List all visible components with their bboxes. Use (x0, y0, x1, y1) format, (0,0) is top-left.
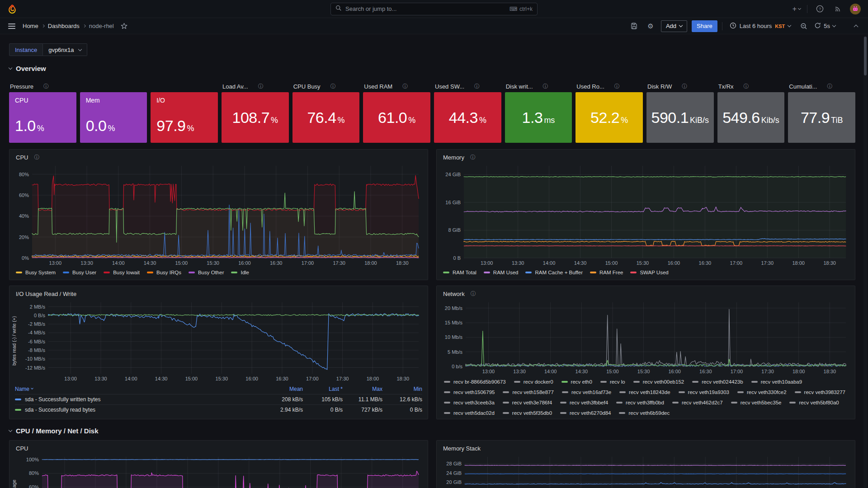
legend-item[interactable]: Busy IRQs (147, 269, 181, 276)
info-icon[interactable]: ⓘ (614, 83, 620, 90)
stat-value: 97.9% (156, 117, 194, 135)
info-icon[interactable]: ⓘ (43, 83, 49, 90)
series-name: sda - Successfully read bytes (25, 407, 95, 413)
legend-item[interactable]: recv veth16af73e (562, 389, 611, 396)
search-box[interactable]: ⌨ ctrl+k (330, 3, 538, 15)
info-icon[interactable]: ⓘ (474, 83, 480, 90)
info-icon[interactable]: ⓘ (258, 83, 264, 90)
stat-number: 76.4 (307, 109, 336, 126)
legend-item[interactable]: recv veth10aaba9 (751, 378, 802, 385)
legend-item[interactable]: recv veth462d2c7 (672, 399, 723, 406)
legend-item[interactable]: recv veth024423b (692, 378, 743, 385)
info-icon[interactable]: ⓘ (471, 290, 476, 298)
panel-title-memory-stack[interactable]: Memory Stack (441, 443, 850, 453)
refresh-picker[interactable]: 5s (814, 22, 835, 30)
legend-item[interactable]: recv lo (600, 378, 625, 385)
column-header[interactable]: Last * (303, 386, 343, 392)
panel-title-memory[interactable]: Memoryⓘ (441, 152, 850, 162)
legend-item[interactable]: recv veth1506795 (444, 389, 495, 396)
breadcrumb-home[interactable]: Home (23, 23, 38, 29)
legend-item[interactable]: Busy System (16, 269, 56, 276)
legend-label: recv eth0 (571, 379, 592, 385)
info-icon[interactable]: ⓘ (682, 83, 687, 90)
star-icon[interactable] (118, 20, 130, 32)
mega-menu-icon[interactable] (8, 23, 15, 29)
panel-title-io[interactable]: I/O Usage Read / Write (14, 289, 423, 299)
info-icon[interactable]: ⓘ (543, 83, 548, 90)
info-icon[interactable]: ⓘ (744, 83, 749, 90)
legend-item[interactable]: RAM Total (443, 269, 476, 276)
add-menu-button[interactable]: + (793, 5, 801, 13)
time-range-picker[interactable]: Last 6 hours KST (727, 22, 794, 30)
legend-item[interactable]: Idle (231, 269, 249, 276)
zoom-out-icon[interactable] (798, 20, 810, 32)
series-name-cell[interactable]: sda - Successfully written bytes (15, 396, 263, 403)
grafana-logo[interactable] (7, 4, 17, 14)
svg-text:-2 MB/s: -2 MB/s (28, 321, 45, 327)
svg-text:17:30: 17:30 (761, 260, 774, 266)
kiosk-mode-icon[interactable] (850, 20, 862, 32)
instance-variable-dropdown[interactable]: gvp6nx1a (43, 43, 87, 56)
add-button[interactable]: Add (661, 20, 687, 32)
legend-item[interactable]: recv veth5bec35e (731, 399, 782, 406)
column-header[interactable]: Max (343, 386, 382, 392)
panel-title-cpu-bottom[interactable]: CPU (14, 443, 423, 453)
legend-item[interactable]: recv veth5f35db0 (503, 409, 552, 416)
legend-item[interactable]: recv eth0 (561, 378, 592, 385)
breadcrumb: Home Dashboards node-rhel (23, 20, 130, 32)
panel-title-cpu[interactable]: CPUⓘ (14, 152, 423, 162)
panel-title-network[interactable]: Networkⓘ (441, 289, 850, 299)
info-icon[interactable]: ⓘ (402, 83, 408, 90)
legend-item[interactable]: recv veth6b59dec (619, 409, 670, 416)
legend-swatch (484, 272, 490, 273)
legend-item[interactable]: RAM Cache + Buffer (525, 269, 583, 276)
legend-item[interactable]: recv veth6270d84 (560, 409, 611, 416)
legend-item[interactable]: recv veth3983277 (795, 389, 845, 396)
column-header[interactable]: Min (382, 386, 422, 392)
help-icon[interactable]: ? (814, 3, 826, 15)
news-rss-icon[interactable] (832, 3, 844, 15)
legend-item[interactable]: recv veth158e877 (503, 389, 553, 396)
legend-item[interactable]: recv veth3fbbef4 (560, 399, 608, 406)
legend-item[interactable]: recv veth3ffb0bd (616, 399, 664, 406)
legend-item[interactable]: Busy Iowait (104, 269, 140, 276)
legend-item[interactable]: recv veth5bf80a0 (789, 399, 839, 406)
info-icon[interactable]: ⓘ (827, 83, 832, 90)
legend-swatch (672, 402, 679, 404)
svg-text:14:30: 14:30 (155, 376, 168, 381)
legend-item[interactable]: recv docker0 (514, 378, 553, 385)
legend-item[interactable]: RAM Free (590, 269, 623, 276)
search-input[interactable] (345, 5, 506, 12)
settings-gear-icon[interactable]: ⚙ (645, 20, 656, 32)
save-dashboard-icon[interactable] (628, 20, 640, 32)
info-icon[interactable]: ⓘ (330, 83, 336, 90)
legend-item[interactable]: recv veth5dac02d (444, 409, 495, 416)
series-name-cell[interactable]: sda - Successfully read bytes (15, 407, 263, 413)
legend-item[interactable]: recv veth00eb152 (633, 378, 684, 385)
info-icon[interactable]: ⓘ (34, 154, 39, 161)
scrollbar-thumb[interactable] (864, 37, 867, 75)
legend-item[interactable]: recv br-8866d5b90673 (444, 378, 506, 385)
info-icon[interactable]: ⓘ (470, 154, 476, 161)
legend-item[interactable]: RAM Used (484, 269, 519, 276)
legend-item[interactable]: recv veth3e786f4 (503, 399, 552, 406)
legend-item[interactable]: Busy Other (189, 269, 224, 276)
chevron-down-icon (679, 23, 683, 27)
legend-item[interactable]: recv veth3ceeb3a (444, 399, 495, 406)
column-header[interactable]: Mean (263, 386, 303, 392)
section-header-cpu-mem-net-disk[interactable]: CPU / Memory / Net / Disk (9, 425, 855, 436)
svg-text:16:00: 16:00 (238, 260, 251, 266)
legend-item[interactable]: SWAP Used (630, 269, 668, 276)
legend-item[interactable]: recv veth330fce2 (737, 389, 787, 396)
breadcrumb-dashboards[interactable]: Dashboards (48, 23, 80, 29)
stat-number: 52.2 (590, 109, 619, 126)
column-header-name[interactable]: Name (15, 386, 263, 392)
user-avatar[interactable] (850, 4, 861, 14)
legend-item[interactable]: recv veth19a9303 (679, 389, 729, 396)
legend-swatch (600, 381, 607, 383)
legend-item[interactable]: Busy User (63, 269, 96, 276)
share-button[interactable]: Share (692, 20, 717, 32)
legend-item[interactable]: recv veth18243de (619, 389, 670, 396)
section-header-overview[interactable]: Overview (9, 62, 855, 74)
legend-swatch (444, 402, 450, 404)
